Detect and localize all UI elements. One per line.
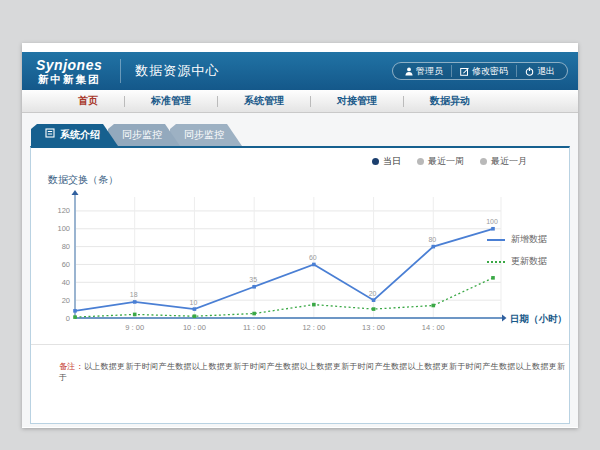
legend-item-new-data: 新增数据	[487, 233, 559, 246]
svg-text:13 : 00: 13 : 00	[362, 323, 385, 332]
tab-bar: 系统介绍 同步监控 同步监控	[31, 124, 578, 146]
admin-user-button[interactable]: 管理员	[397, 65, 451, 77]
note-text: 以上数据更新于时间产生数据以上数据更新于时间产生数据以上数据更新于时间产生数据以…	[59, 362, 565, 382]
legend-item-update-data: 更新数据	[487, 255, 559, 268]
nav-item-system-management[interactable]: 系统管理	[218, 94, 310, 108]
chart-legend: 新增数据 更新数据	[487, 233, 559, 277]
svg-text:11 : 00: 11 : 00	[243, 323, 265, 332]
brand-logo: Synjones 新中新集团	[32, 58, 112, 85]
admin-user-label: 管理员	[416, 65, 443, 78]
logout-button[interactable]: 退出	[516, 65, 563, 77]
range-radio-group: 当日 最近一周 最近一月	[372, 155, 527, 168]
radio-today[interactable]: 当日	[372, 155, 401, 168]
svg-text:35: 35	[249, 276, 257, 283]
logo-name: Synjones	[36, 58, 102, 72]
svg-text:20: 20	[369, 290, 377, 297]
svg-text:9 : 00: 9 : 00	[125, 323, 144, 332]
svg-text:60: 60	[309, 254, 317, 261]
footer-note: 备注：以上数据更新于时间产生数据以上数据更新于时间产生数据以上数据更新于时间产生…	[59, 361, 569, 383]
stage: { "palette": { "header_blue": "#14588a",…	[0, 0, 600, 450]
tab-sync-monitor-2[interactable]: 同步监控	[170, 124, 242, 146]
legend-swatch-new-data	[487, 239, 505, 241]
legend-label-update-data: 更新数据	[511, 255, 547, 268]
note-section: 备注：以上数据更新于时间产生数据以上数据更新于时间产生数据以上数据更新于时间产生…	[31, 344, 569, 383]
svg-text:120: 120	[57, 206, 70, 215]
svg-text:40: 40	[62, 278, 70, 287]
svg-text:14 : 00: 14 : 00	[422, 323, 445, 332]
legend-swatch-update-data	[487, 261, 505, 263]
app-window: Synjones 新中新集团 数据资源中心 管理员 修改密码 退出	[22, 43, 578, 428]
line-chart: 0204060801001209 : 0010 : 0011 : 0012 : …	[45, 188, 507, 340]
tab-system-intro[interactable]: 系统介绍	[31, 124, 118, 146]
svg-text:12 : 00: 12 : 00	[302, 323, 325, 332]
radio-last-week[interactable]: 最近一周	[417, 155, 464, 168]
user-menu: 管理员 修改密码 退出	[392, 62, 568, 80]
logo-chinese-name: 新中新集团	[36, 74, 102, 85]
note-prefix: 备注：	[59, 362, 84, 371]
nav-item-integration-management[interactable]: 对接管理	[311, 94, 403, 108]
tab-sync-monitor-1[interactable]: 同步监控	[108, 124, 180, 146]
tab-system-intro-label: 系统介绍	[60, 124, 100, 146]
change-password-label: 修改密码	[472, 65, 508, 78]
window-top-strip	[22, 43, 578, 52]
radio-last-month[interactable]: 最近一月	[480, 155, 527, 168]
logout-label: 退出	[537, 65, 555, 78]
radio-dot	[417, 158, 424, 165]
svg-text:0: 0	[66, 314, 70, 323]
power-icon	[525, 67, 534, 76]
nav-item-home[interactable]: 首页	[52, 94, 124, 108]
main-nav: 首页 标准管理 系统管理 对接管理 数据异动	[22, 90, 578, 113]
content-area: 系统介绍 同步监控 同步监控 当日 最近一周 最近一月 数据交	[22, 113, 578, 427]
y-axis-label: 数据交换（条）	[48, 173, 118, 187]
chart-panel: 当日 最近一周 最近一月 数据交换（条） 0204060801001209 : …	[30, 146, 570, 424]
x-axis-label: 日期（小时）	[510, 313, 567, 326]
document-icon	[45, 124, 55, 146]
svg-text:60: 60	[62, 260, 70, 269]
nav-item-standard-management[interactable]: 标准管理	[125, 94, 217, 108]
svg-text:80: 80	[428, 236, 436, 243]
svg-text:10: 10	[190, 299, 198, 306]
radio-dot-selected	[372, 158, 379, 165]
svg-text:100: 100	[486, 218, 498, 225]
radio-last-week-label: 最近一周	[428, 155, 464, 168]
nav-item-data-change[interactable]: 数据异动	[404, 94, 496, 108]
page-title: 数据资源中心	[120, 59, 219, 83]
svg-text:20: 20	[62, 296, 70, 305]
radio-dot	[480, 158, 487, 165]
header: Synjones 新中新集团 数据资源中心 管理员 修改密码 退出	[22, 52, 578, 90]
legend-label-new-data: 新增数据	[511, 233, 547, 246]
radio-last-month-label: 最近一月	[491, 155, 527, 168]
svg-text:80: 80	[62, 242, 70, 251]
person-icon	[405, 67, 413, 76]
radio-today-label: 当日	[383, 155, 401, 168]
change-password-button[interactable]: 修改密码	[451, 65, 516, 77]
svg-text:100: 100	[57, 224, 70, 233]
edit-icon	[460, 67, 469, 76]
svg-text:10 : 00: 10 : 00	[183, 323, 206, 332]
svg-text:18: 18	[130, 291, 138, 298]
